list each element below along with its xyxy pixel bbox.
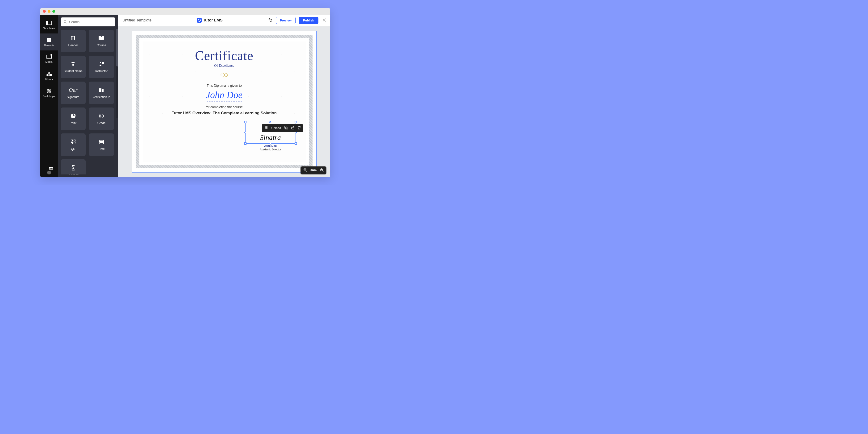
brand: Tutor LMS xyxy=(197,18,223,23)
student-icon xyxy=(70,61,76,67)
brand-logo xyxy=(197,18,202,23)
svg-rect-5 xyxy=(99,89,101,92)
delete-icon[interactable] xyxy=(298,126,301,130)
svg-point-2 xyxy=(72,64,74,65)
panel-scroll-thumb[interactable] xyxy=(116,29,118,66)
element-header[interactable]: H Header xyxy=(61,30,86,52)
rail-elements[interactable]: Elements xyxy=(40,33,58,51)
library-icon xyxy=(46,71,52,76)
signer-role[interactable]: Academic Director xyxy=(252,148,289,151)
lock-icon[interactable] xyxy=(291,126,294,130)
rail-media[interactable]: Media xyxy=(40,51,58,67)
svg-rect-16 xyxy=(71,140,72,141)
zoom-level: 80% xyxy=(310,169,316,172)
rail-backdrops[interactable]: Backdrops xyxy=(40,85,58,101)
certificate-content: Certificate Of Excellence This Diploma i… xyxy=(143,41,306,162)
svg-rect-6 xyxy=(102,89,103,92)
element-grade[interactable]: A+ Grade xyxy=(89,107,114,130)
brand-name: Tutor LMS xyxy=(203,18,223,23)
certificate-canvas[interactable]: Certificate Of Excellence This Diploma i… xyxy=(132,31,317,173)
svg-rect-21 xyxy=(73,143,74,144)
rail-label: Backdrops xyxy=(43,95,55,98)
window-maximize-dot[interactable] xyxy=(52,10,55,13)
search-icon xyxy=(63,20,67,24)
pie-icon xyxy=(70,113,76,119)
rail-library[interactable]: Library xyxy=(40,67,58,85)
signer-name[interactable]: Jane Doe xyxy=(252,144,289,147)
qr-icon xyxy=(71,139,75,145)
completing-label[interactable]: for completing the course xyxy=(206,105,243,109)
svg-point-34 xyxy=(267,127,267,128)
svg-point-26 xyxy=(101,142,102,143)
rail-label: Templates xyxy=(43,27,55,30)
nav-rail: Templates Elements Media Library Backdro… xyxy=(40,14,58,177)
element-toolbar: Upload xyxy=(262,124,303,132)
rail-label: Media xyxy=(45,60,53,63)
svg-rect-10 xyxy=(100,90,101,90)
element-point[interactable]: Point xyxy=(61,107,86,130)
app-window: Templates Elements Media Library Backdro… xyxy=(40,8,330,177)
templates-icon xyxy=(46,20,52,26)
rail-templates[interactable]: Templates xyxy=(40,16,58,33)
resize-handle-se[interactable] xyxy=(294,142,297,145)
svg-rect-22 xyxy=(75,143,75,144)
backdrops-icon xyxy=(46,88,52,93)
resize-handle-n[interactable] xyxy=(269,121,271,123)
upload-button[interactable]: Upload xyxy=(271,126,281,130)
svg-point-33 xyxy=(265,126,266,127)
resize-handle-w[interactable] xyxy=(244,132,246,133)
svg-rect-20 xyxy=(75,142,75,143)
resize-handle-ne[interactable] xyxy=(294,121,297,123)
svg-line-40 xyxy=(306,171,307,172)
element-qr[interactable]: QR xyxy=(61,133,86,156)
svg-rect-19 xyxy=(73,142,74,143)
course-title[interactable]: Tutor LMS Overview: The Complete eLearni… xyxy=(172,111,277,115)
resize-handle-nw[interactable] xyxy=(244,121,247,123)
zoom-in-icon[interactable] xyxy=(320,168,323,173)
close-button[interactable] xyxy=(323,18,326,23)
zoom-out-icon[interactable] xyxy=(303,168,307,173)
element-instructor[interactable]: Instructor xyxy=(89,56,114,78)
element-student-name[interactable]: Student Name xyxy=(61,56,86,78)
preview-button[interactable]: Preview xyxy=(276,17,296,24)
svg-rect-7 xyxy=(100,89,100,89)
window-close-dot[interactable] xyxy=(43,10,46,13)
search-input[interactable] xyxy=(69,20,113,24)
main-area: Untitled Template Tutor LMS Preview Publ… xyxy=(118,14,330,177)
element-signature[interactable]: Oer Signature xyxy=(61,81,86,104)
duplicate-icon[interactable] xyxy=(284,126,288,130)
resize-handle-sw[interactable] xyxy=(244,142,247,145)
grade-icon: A+ xyxy=(99,113,104,119)
undo-button[interactable] xyxy=(268,18,273,23)
svg-rect-17 xyxy=(74,140,75,141)
certificate-title[interactable]: Certificate xyxy=(195,48,253,63)
svg-point-0 xyxy=(64,21,66,23)
svg-line-43 xyxy=(322,171,323,172)
window-minimize-dot[interactable] xyxy=(48,10,51,13)
publish-button[interactable]: Publish xyxy=(299,17,318,24)
svg-point-3 xyxy=(100,62,101,63)
settings-icon[interactable] xyxy=(264,126,268,130)
student-name[interactable]: John Doe xyxy=(206,89,242,100)
close-icon xyxy=(323,19,326,22)
canvas-area[interactable]: Certificate Of Excellence This Diploma i… xyxy=(118,26,330,177)
info-icon[interactable]: i xyxy=(47,171,51,174)
element-course[interactable]: Course xyxy=(89,30,114,52)
svg-rect-38 xyxy=(291,127,294,129)
resize-handle-s[interactable] xyxy=(269,143,271,144)
svg-rect-18 xyxy=(71,143,72,144)
given-to-label[interactable]: This Diploma is given to xyxy=(207,84,242,88)
element-duration[interactable]: Duration xyxy=(61,159,86,174)
name-underline xyxy=(207,101,242,102)
certificate-subtitle[interactable]: Of Excellence xyxy=(214,64,234,68)
element-time[interactable]: Time xyxy=(89,133,114,156)
element-verification-id[interactable]: Verification Id xyxy=(89,81,114,104)
header-icon: H xyxy=(71,35,75,41)
svg-point-35 xyxy=(266,128,266,129)
building-icon xyxy=(99,87,104,93)
svg-line-1 xyxy=(66,23,67,23)
calendar-icon xyxy=(99,139,104,145)
book-icon xyxy=(98,35,104,41)
template-title[interactable]: Untitled Template xyxy=(122,18,151,23)
search-box[interactable] xyxy=(61,18,115,26)
